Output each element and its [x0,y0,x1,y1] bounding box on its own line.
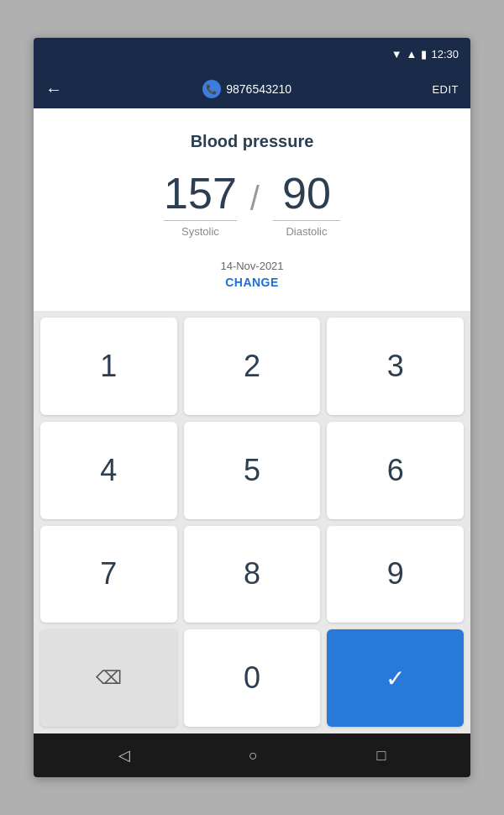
battery-icon: ▮ [421,48,427,60]
keypad: 1 2 3 4 5 6 7 8 9 ⌫ 0 ✓ [34,311,470,734]
edit-button[interactable]: EDIT [432,83,459,96]
signal-icon: ▲ [407,48,417,60]
change-button[interactable]: CHANGE [225,276,279,289]
phone-screen: ▼ ▲ ▮ 12:30 ← 📞 9876543210 EDIT Blood pr… [34,38,470,777]
top-bar: ← 📞 9876543210 EDIT [34,70,470,108]
key-6[interactable]: 6 [327,422,464,519]
diastolic-group: 90 Diastolic [273,168,340,238]
systolic-label: Systolic [181,225,219,238]
back-button[interactable]: ← [45,80,62,99]
header-center: 📞 9876543210 [202,80,291,98]
key-5[interactable]: 5 [184,422,321,519]
backspace-button[interactable]: ⌫ [40,629,177,727]
confirm-button[interactable]: ✓ [327,629,464,727]
nav-back-icon[interactable]: ◁ [118,746,130,765]
key-2[interactable]: 2 [184,318,321,415]
key-3[interactable]: 3 [327,318,464,415]
nav-home-icon[interactable]: ○ [249,747,258,765]
phone-frame: ▼ ▲ ▮ 12:30 ← 📞 9876543210 EDIT Blood pr… [0,0,504,815]
phone-number: 9876543210 [226,82,291,96]
card-title: Blood pressure [191,132,314,151]
key-7[interactable]: 7 [40,526,177,623]
systolic-group: 157 Systolic [164,168,237,238]
phone-icon: 📞 [202,80,221,98]
bp-separator: / [250,180,260,218]
key-1[interactable]: 1 [40,318,177,415]
nav-bar: ◁ ○ □ [34,734,470,777]
diastolic-label: Diastolic [286,225,327,238]
key-8[interactable]: 8 [184,526,321,623]
nav-recent-icon[interactable]: □ [376,747,386,765]
key-0[interactable]: 0 [184,629,321,727]
main-card: Blood pressure 157 Systolic / 90 Diastol… [34,108,470,311]
bp-display: 157 Systolic / 90 Diastolic [164,168,340,238]
key-9[interactable]: 9 [327,526,464,623]
status-icons: ▼ ▲ ▮ 12:30 [391,48,459,60]
status-time: 12:30 [431,48,459,60]
systolic-value: 157 [164,168,237,221]
date-text: 14-Nov-2021 [220,260,283,272]
wifi-icon: ▼ [391,48,402,60]
diastolic-value: 90 [273,168,340,221]
key-4[interactable]: 4 [40,422,177,519]
status-bar: ▼ ▲ ▮ 12:30 [34,38,470,70]
